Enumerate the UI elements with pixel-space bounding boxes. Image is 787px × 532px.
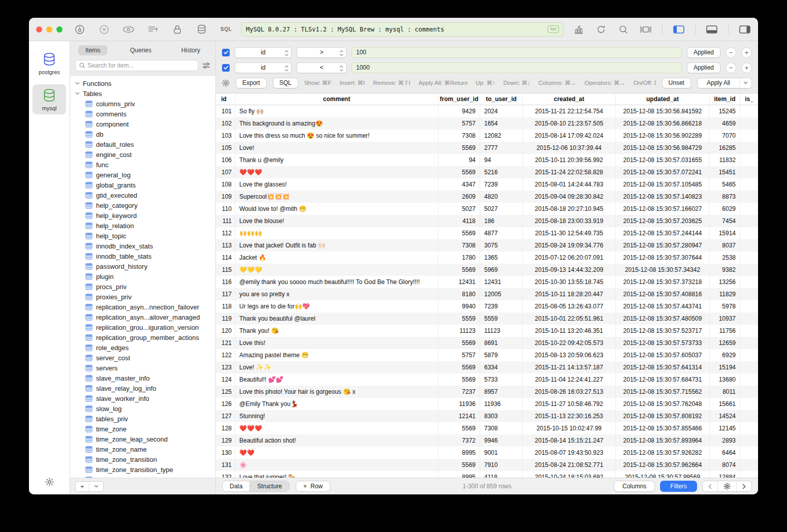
toggle-right-panel-icon[interactable]	[739, 23, 751, 36]
sidebar-table-item[interactable]: help_category	[70, 200, 215, 210]
plus-icon[interactable]: +	[76, 482, 89, 491]
sidebar-table-item[interactable]: innodb_table_stats	[70, 251, 215, 261]
filter-value-input[interactable]: 100	[352, 47, 682, 58]
previous-page-icon[interactable]	[703, 481, 717, 491]
sidebar-table-item[interactable]: default_roles	[70, 139, 215, 149]
table-row[interactable]: 124Beautiful!! 💕💕556957332015-11-04 12:2…	[216, 373, 758, 386]
table-row[interactable]: 127Stunning!1214183032015-11-13 22:30:16…	[216, 410, 758, 422]
close-window-button[interactable]	[36, 26, 42, 33]
sidebar-table-item[interactable]: component	[70, 119, 215, 129]
filter-column-select[interactable]: id	[235, 47, 292, 58]
sidebar-table-item[interactable]: engine_cost	[70, 149, 215, 160]
zoom-window-button[interactable]	[56, 26, 62, 33]
sidebar-table-item[interactable]: innodb_index_stats	[70, 241, 215, 251]
column-header-item_id[interactable]: item_id	[710, 93, 740, 105]
tab-queries[interactable]: Queries	[123, 45, 159, 55]
column-header-id[interactable]: id	[216, 93, 235, 105]
add-filter-button[interactable]: +	[741, 62, 752, 73]
filter-column-select[interactable]: id	[235, 62, 292, 73]
remove-filter-button[interactable]: −	[726, 47, 736, 58]
table-row[interactable]: 108Love the glasses!434772392015-08-01 1…	[216, 178, 758, 191]
structure-tab[interactable]: Structure	[249, 481, 289, 491]
export-button[interactable]: Export	[236, 78, 267, 88]
sidebar-table-item[interactable]: plugin	[70, 271, 215, 281]
lock-icon[interactable]	[171, 23, 183, 36]
sidebar-table-item[interactable]: slave_master_info	[70, 373, 215, 383]
table-row[interactable]: 101So fly 🙌🏼942920242015-11-21 22:12:54.…	[216, 105, 758, 117]
apply-all-button[interactable]: Apply All	[697, 78, 752, 88]
disconnect-icon[interactable]	[98, 23, 110, 36]
sidebar-table-item[interactable]: time_zone_transition	[70, 454, 215, 464]
table-row[interactable]: 109Supercool💥💥💥260948202015-09-04 09:28:…	[216, 191, 758, 203]
search-icon[interactable]	[617, 23, 629, 36]
filter-gear-icon[interactable]	[222, 79, 230, 87]
filter-applied-button[interactable]: Applied	[687, 62, 720, 73]
filter-applied-button[interactable]: Applied	[687, 47, 720, 58]
table-row[interactable]: 110Would love to! @mith 😁502750272015-08…	[216, 203, 758, 215]
refresh-icon[interactable]	[595, 23, 607, 36]
column-header-created_at[interactable]: created_at	[523, 93, 616, 105]
sidebar-table-item[interactable]: comments	[70, 109, 215, 119]
connect-icon[interactable]	[74, 23, 86, 36]
sidebar-table-item[interactable]: replication_asyn...nnection_failover	[70, 302, 215, 312]
page-settings-gear-icon[interactable]	[717, 481, 736, 491]
chart-icon[interactable]	[573, 23, 585, 36]
sidebar-table-item[interactable]: time_zone_leap_second	[70, 434, 215, 444]
sidebar-table-item[interactable]: password_history	[70, 261, 215, 271]
sidebar-table-item[interactable]: proxies_priv	[70, 292, 215, 302]
sidebar-table-item[interactable]: db	[70, 129, 215, 139]
sidebar-table-item[interactable]: columns_priv	[70, 99, 215, 109]
table-row[interactable]: 125Love this photo! Your hair is gorgeou…	[216, 386, 758, 398]
column-header-comment[interactable]: comment	[235, 93, 438, 105]
filter-value-input[interactable]: 1000	[352, 62, 682, 73]
sidebar-table-item[interactable]: procs_priv	[70, 281, 215, 292]
preview-eye-icon[interactable]	[122, 23, 135, 36]
search-input[interactable]	[87, 62, 194, 69]
sidebar-table-item[interactable]: help_topic	[70, 231, 215, 241]
table-row[interactable]: 131🌸556979102015-08-24 21:08:52.7712015-…	[216, 459, 758, 471]
chevron-down-icon[interactable]	[89, 482, 103, 491]
sidebar-table-item[interactable]: help_relation	[70, 221, 215, 231]
tab-history[interactable]: History	[174, 45, 207, 55]
sidebar-table-item[interactable]: servers	[70, 363, 215, 373]
filter-enabled-checkbox[interactable]	[222, 64, 230, 72]
add-item-split-button[interactable]: +	[75, 481, 104, 492]
table-row[interactable]: 119Thank you beautiful @laurel5559555920…	[216, 312, 758, 325]
sidebar-table-item[interactable]: slave_relay_log_info	[70, 383, 215, 393]
sidebar-table-item[interactable]: func	[70, 160, 215, 170]
sidebar-table-item[interactable]: replication_asyn...ailover_managed	[70, 312, 215, 322]
table-row[interactable]: 126@Emily Thank you💃🏾11936119362015-11-2…	[216, 398, 758, 410]
column-header-from_user_id[interactable]: from_user_id	[438, 93, 480, 105]
sidebar-table-item[interactable]: replication_grou...iguration_version	[70, 322, 215, 332]
next-page-icon[interactable]	[736, 481, 751, 491]
sidebar-table-item[interactable]: help_keyword	[70, 210, 215, 221]
sidebar-table-item[interactable]: time_zone_name	[70, 444, 215, 454]
column-header-is_[interactable]: is_	[740, 93, 758, 105]
sidebar-table-item[interactable]: tables_priv	[70, 414, 215, 424]
focus-mode-icon[interactable]	[640, 23, 652, 36]
filter-operator-select[interactable]: <	[297, 62, 347, 73]
table-row[interactable]: 103Love this dress so much 😍 so nice for…	[216, 130, 758, 142]
data-tab[interactable]: Data	[223, 481, 249, 491]
table-row[interactable]: 121Love this!556986912015-10-22 09:42:05…	[216, 337, 758, 349]
group-tables[interactable]: Tables	[70, 88, 215, 99]
minimize-window-button[interactable]	[46, 26, 52, 33]
table-row[interactable]: 115💛💛💛556959692015-09-13 14:44:32.209201…	[216, 264, 758, 276]
unset-button[interactable]: Unset	[662, 78, 691, 88]
add-row-button[interactable]: + Row	[296, 481, 330, 492]
table-row[interactable]: 112🙌🙌🙌556948772015-11-30 12:54:49.735201…	[216, 227, 758, 239]
sidebar-table-item[interactable]: replication_group_member_actions	[70, 332, 215, 342]
table-row[interactable]: 102This background is amazing😍5757165420…	[216, 117, 758, 130]
table-row[interactable]: 130❤️❤️899590012015-08-07 19:43:50.92320…	[216, 447, 758, 459]
sql-editor-icon[interactable]: SQL	[220, 23, 232, 36]
table-row[interactable]: 122Amazing pastel theme 😁575758792015-08…	[216, 349, 758, 361]
sidebar-table-item[interactable]: slow_log	[70, 403, 215, 414]
remove-filter-button[interactable]: −	[726, 62, 736, 73]
table-row[interactable]: 117you are so pretty x8180120052015-10-1…	[216, 288, 758, 300]
table-row[interactable]: 116@emily thank you soooo much beautiful…	[216, 276, 758, 288]
chevron-down-icon[interactable]	[739, 78, 751, 88]
sidebar-table-item[interactable]: slave_worker_info	[70, 393, 215, 403]
table-row[interactable]: 111Love the blouse!41181862015-08-18 23:…	[216, 215, 758, 227]
table-row[interactable]: 120Thank you! 😘11123111232015-10-11 13:2…	[216, 325, 758, 337]
sidebar-table-item[interactable]: general_log	[70, 170, 215, 180]
